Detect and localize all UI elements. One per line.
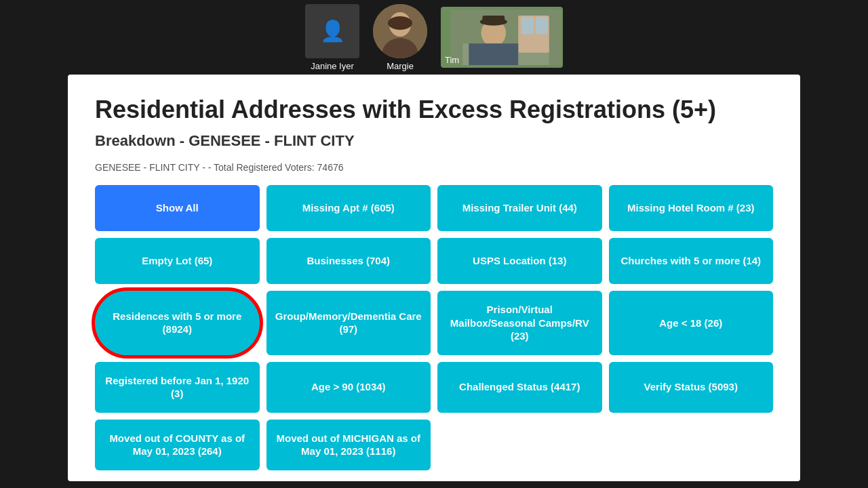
btn-show-all[interactable]: Show All xyxy=(95,185,260,231)
tim-label: Tim xyxy=(445,55,459,65)
slide-subtitle: Breakdown - GENESEE - FLINT CITY xyxy=(95,132,773,150)
svg-rect-12 xyxy=(482,16,505,24)
btn-registered-before[interactable]: Registered before Jan 1, 1920 (3) xyxy=(95,362,260,413)
button-grid: Show AllMissing Apt # (605)Missing Trail… xyxy=(95,185,773,470)
btn-moved-out-michigan[interactable]: Moved out of MICHIGAN as of May 01, 2023… xyxy=(267,420,431,470)
janine-avatar: 👤 xyxy=(305,4,359,58)
svg-rect-10 xyxy=(469,43,518,65)
btn-challenged-status[interactable]: Challenged Status (4417) xyxy=(437,362,602,413)
btn-businesses[interactable]: Businesses (704) xyxy=(267,238,431,284)
tim-video xyxy=(445,9,563,65)
btn-group-memory[interactable]: Group/Memory/Dementia Care (97) xyxy=(267,291,431,355)
btn-moved-out-county[interactable]: Moved out of COUNTY as of May 01, 2023 (… xyxy=(95,420,260,470)
participant-janine: 👤 Janine Iyer xyxy=(305,4,359,71)
participant-margie: Margie xyxy=(373,4,427,71)
slide-info: GENESEE - FLINT CITY - - Total Registere… xyxy=(95,162,773,173)
svg-rect-7 xyxy=(521,17,534,35)
slide-title: Residential Addresses with Excess Regist… xyxy=(95,95,773,124)
btn-age-lt-18[interactable]: Age < 18 (26) xyxy=(609,291,774,355)
btn-age-gt-90[interactable]: Age > 90 (1034) xyxy=(267,362,431,413)
btn-verify-status[interactable]: Verify Status (5093) xyxy=(609,362,774,413)
participant-tim: Tim xyxy=(441,7,563,68)
person-icon: 👤 xyxy=(320,19,345,43)
svg-rect-8 xyxy=(536,17,548,35)
btn-residences[interactable]: Residences with 5 or more (8924) xyxy=(95,291,260,355)
tim-avatar: Tim xyxy=(441,7,563,68)
margie-label: Margie xyxy=(387,61,414,71)
svg-point-3 xyxy=(388,16,412,30)
btn-empty-lot[interactable]: Empty Lot (65) xyxy=(95,238,260,284)
video-bar: 👤 Janine Iyer Margie xyxy=(0,0,868,75)
janine-label: Janine Iyer xyxy=(311,61,354,71)
slide-container: Residential Addresses with Excess Regist… xyxy=(68,75,800,481)
btn-prison[interactable]: Prison/Virtual Mailbox/Seasonal Camps/RV… xyxy=(437,291,602,355)
btn-missing-hotel[interactable]: Missing Hotel Room # (23) xyxy=(609,185,774,231)
btn-usps-location[interactable]: USPS Location (13) xyxy=(437,238,602,284)
margie-avatar xyxy=(373,4,427,58)
btn-missing-apt[interactable]: Missing Apt # (605) xyxy=(267,185,431,231)
btn-churches[interactable]: Churches with 5 or more (14) xyxy=(609,238,774,284)
btn-missing-trailer[interactable]: Missing Trailer Unit (44) xyxy=(437,185,602,231)
margie-video xyxy=(373,4,427,58)
